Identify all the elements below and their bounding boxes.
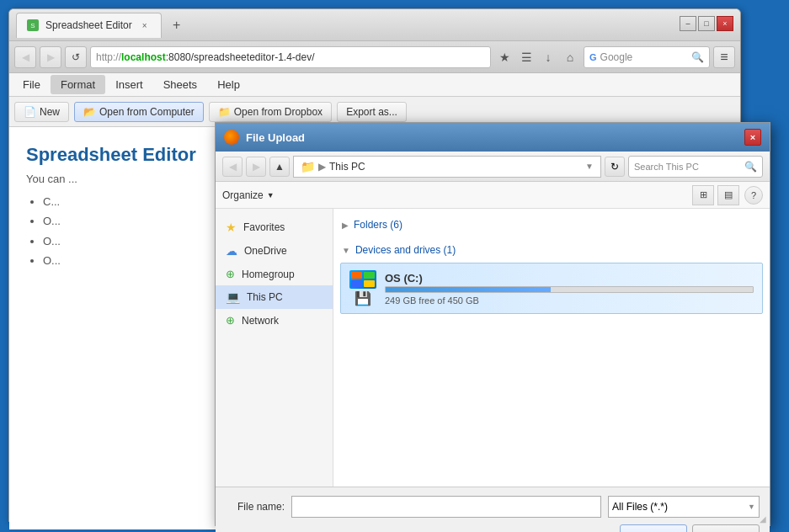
search-placeholder: Google	[600, 51, 688, 63]
dialog-search[interactable]: Search This PC 🔍	[628, 156, 763, 178]
dialog-bottom: File name: All Files (*.*) ▼ Open Cancel	[216, 487, 770, 532]
sidebar-network[interactable]: ⊕ Network	[216, 309, 333, 332]
grid-view-button[interactable]: ⊞	[692, 185, 714, 205]
dialog-up-button[interactable]: ▲	[269, 157, 290, 177]
sidebar-thispc[interactable]: 💻 This PC	[216, 285, 333, 309]
dialog-back-button[interactable]: ◀	[222, 157, 243, 177]
menu-file[interactable]: File	[13, 75, 51, 94]
folders-header-label: Folders (6)	[354, 219, 402, 231]
path-chevron: ▼	[585, 162, 594, 171]
drives-header-label: Devices and drives (1)	[355, 244, 456, 256]
onedrive-label: OneDrive	[244, 245, 287, 257]
browser-toolbar: ◀ ▶ ↺ http://localhost:8080/spreadsheete…	[9, 41, 740, 73]
address-bar[interactable]: http://localhost:8080/spreadsheeted‌itor…	[90, 46, 491, 68]
export-button[interactable]: Export as...	[337, 102, 407, 122]
restore-button[interactable]: □	[698, 16, 715, 31]
file-upload-dialog: File Upload × ◀ ▶ ▲ 📁 ▶ This PC ▼ ↻ Sear…	[215, 122, 770, 526]
dialog-action-row: Open Cancel	[226, 524, 760, 532]
new-label: New	[40, 106, 60, 118]
thispc-icon: 💻	[226, 290, 240, 304]
new-icon: 📄	[24, 106, 36, 118]
tab-close-btn[interactable]: ×	[139, 19, 151, 31]
favorites-icon: ★	[226, 221, 237, 234]
network-icon: ⊕	[226, 314, 235, 327]
resize-handle[interactable]: ◢	[760, 514, 766, 524]
path-label: This PC	[329, 161, 365, 173]
forward-button[interactable]: ▶	[40, 46, 61, 68]
menu-icon[interactable]: ≡	[713, 46, 735, 68]
close-button[interactable]: ×	[717, 16, 733, 31]
sidebar-onedrive[interactable]: ☁ OneDrive	[216, 239, 333, 263]
bookmark-icon[interactable]: ★	[494, 47, 514, 67]
browser-titlebar: S Spreadsheet Editor × + – □ ×	[9, 9, 740, 41]
open-computer-button[interactable]: 📂 Open from Computer	[74, 102, 204, 122]
menu-sheets[interactable]: Sheets	[153, 75, 207, 94]
drives-header[interactable]: ▼ Devices and drives (1)	[340, 241, 763, 259]
new-tab-button[interactable]: +	[167, 15, 187, 35]
dialog-title-text: File Upload	[246, 131, 305, 144]
path-folder-icon: 📁	[301, 160, 315, 173]
dialog-close-button[interactable]: ×	[744, 129, 761, 146]
minimize-button[interactable]: –	[680, 16, 696, 31]
dialog-titlebar: File Upload ×	[216, 123, 770, 152]
drive-info: OS (C:) 249 GB free of 450 GB	[385, 272, 754, 306]
open-button[interactable]: Open	[620, 524, 687, 532]
filetype-select[interactable]: All Files (*.*) ▼	[608, 496, 760, 518]
help-button[interactable]: ?	[744, 186, 763, 205]
new-button[interactable]: 📄 New	[14, 102, 69, 122]
dialog-body: ★ Favorites ☁ OneDrive ⊕ Homegroup 💻 Thi…	[216, 209, 770, 487]
drive-space: 249 GB free of 450 GB	[385, 295, 754, 306]
google-icon: G	[589, 52, 597, 62]
browser-icons: ★ ☰ ↓ ⌂	[494, 47, 580, 67]
back-button[interactable]: ◀	[14, 46, 36, 68]
list-view-button[interactable]: ▤	[717, 185, 739, 205]
open-dropbox-label: Open from Dropbox	[234, 106, 323, 118]
drives-expand-icon: ▼	[342, 246, 350, 255]
drive-disk-icon: 💾	[355, 290, 371, 306]
tab-title: Spreadsheet Editor	[45, 19, 132, 31]
onedrive-icon: ☁	[226, 244, 237, 258]
drive-icon-wrapper: 💾	[349, 270, 376, 306]
download-icon[interactable]: ↓	[538, 47, 558, 67]
dialog-refresh-button[interactable]: ↻	[605, 157, 625, 177]
window-controls: – □ ×	[680, 16, 733, 31]
open-dropbox-button[interactable]: 📁 Open from Dropbox	[209, 102, 332, 122]
refresh-button[interactable]: ↺	[65, 46, 87, 68]
open-computer-icon: 📂	[83, 106, 96, 118]
folders-header[interactable]: ▶ Folders (6)	[340, 215, 763, 234]
thispc-label: This PC	[247, 291, 283, 303]
drives-section: ▼ Devices and drives (1) 💾	[340, 241, 763, 314]
open-computer-label: Open from Computer	[99, 106, 195, 118]
sidebar-favorites[interactable]: ★ Favorites	[216, 215, 333, 239]
browser-tab[interactable]: S Spreadsheet Editor ×	[16, 13, 162, 38]
url-host: localhost	[121, 51, 166, 63]
home-icon[interactable]: ⌂	[560, 47, 580, 67]
favorites-label: Favorites	[243, 221, 285, 233]
reading-list-icon[interactable]: ☰	[516, 47, 536, 67]
folders-section: ▶ Folders (6)	[340, 215, 763, 234]
drive-item-c[interactable]: 💾 OS (C:) 249 GB free of 450 GB	[340, 263, 763, 314]
dialog-forward-button[interactable]: ▶	[246, 157, 266, 177]
dialog-sidebar: ★ Favorites ☁ OneDrive ⊕ Homegroup 💻 Thi…	[216, 209, 333, 487]
filename-label: File name:	[226, 501, 285, 513]
organize-button[interactable]: Organize ▼	[222, 189, 275, 201]
tab-favicon: S	[27, 19, 39, 31]
homegroup-label: Homegroup	[242, 269, 295, 280]
filename-row: File name: All Files (*.*) ▼	[226, 496, 760, 518]
organize-label: Organize	[222, 189, 264, 201]
export-label: Export as...	[346, 106, 397, 118]
folders-expand-icon: ▶	[342, 221, 349, 230]
homegroup-icon: ⊕	[226, 268, 235, 280]
dialog-main-content: ▶ Folders (6) ▼ Devices and drives (1)	[333, 209, 770, 487]
menu-help[interactable]: Help	[207, 75, 250, 94]
sidebar-homegroup[interactable]: ⊕ Homegroup	[216, 263, 333, 285]
url-path: /spreadsheeted‌itor-1.4-dev/	[191, 51, 315, 63]
menu-format[interactable]: Format	[51, 75, 105, 94]
dialog-title-left: File Upload	[224, 130, 305, 145]
menu-insert[interactable]: Insert	[105, 75, 153, 94]
cancel-button[interactable]: Cancel	[692, 524, 760, 532]
filename-input[interactable]	[291, 496, 601, 518]
dialog-path-bar[interactable]: 📁 ▶ This PC ▼	[293, 156, 601, 178]
filetype-chevron: ▼	[748, 503, 755, 511]
search-bar[interactable]: G Google 🔍	[584, 46, 710, 68]
